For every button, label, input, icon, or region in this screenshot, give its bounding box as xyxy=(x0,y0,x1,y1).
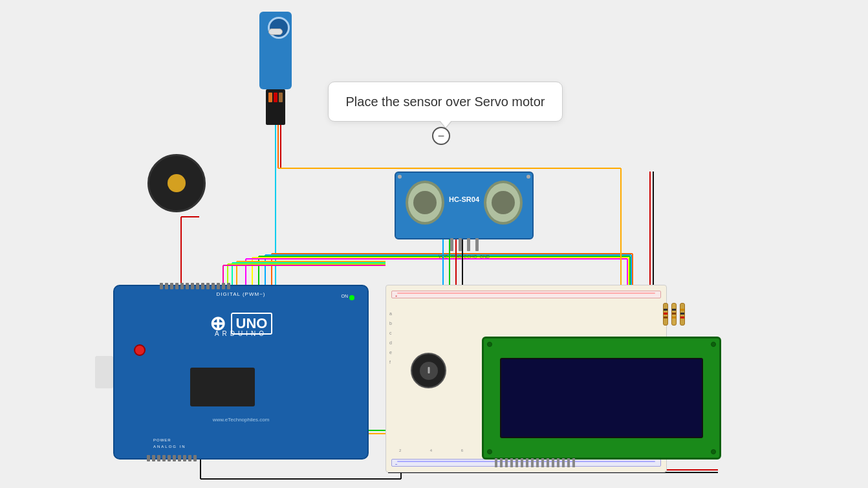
resistor-2-band3 xyxy=(672,316,676,318)
hcsr04-left-inner xyxy=(413,191,437,214)
resistor-3-band2 xyxy=(680,313,684,315)
hcsr04-right-eye xyxy=(484,181,523,225)
buzzer-center xyxy=(168,174,186,192)
buzzer-body xyxy=(147,154,206,212)
hcsr04-label-gnd: GND xyxy=(480,254,490,259)
arduino-digital-label: DIGITAL (PWM~) xyxy=(217,291,266,297)
arduino-chip xyxy=(190,368,255,406)
lcd-mount-br xyxy=(711,449,716,454)
lcd-pin-6 xyxy=(521,458,523,467)
lcd-pin-13 xyxy=(557,458,559,467)
hcsr04-right-inner xyxy=(492,191,515,214)
resistor-3-body xyxy=(680,303,685,326)
arduino-usb-port xyxy=(95,356,113,388)
servo-pin-2 xyxy=(274,93,277,102)
resistor-3-band3 xyxy=(680,316,684,318)
resistor-1-band3 xyxy=(664,316,667,318)
tooltip-bubble: Place the sensor over Servo motor xyxy=(328,82,563,122)
resistor-3 xyxy=(680,303,685,326)
arduino-analog-label: ANALOG IN xyxy=(153,445,186,449)
lcd-pins xyxy=(495,458,575,467)
arduino-brand-label: ARDUINO xyxy=(215,330,267,337)
resistor-1-band1 xyxy=(664,309,667,311)
hcsr04-pin-echo xyxy=(467,238,470,251)
hcsr04-label-vcc: VCC xyxy=(439,254,448,259)
arduino-board: DIGITAL (PWM~) ⊕ UNO ARDUINO www.eTechno… xyxy=(113,285,369,460)
pot-inner xyxy=(420,362,438,380)
collapse-button[interactable] xyxy=(432,127,450,145)
potentiometer xyxy=(411,353,446,388)
breadboard-positive-rail: + xyxy=(391,291,661,298)
hcsr04-label: HC-SR04 xyxy=(449,195,479,203)
hcsr04-pin-gnd xyxy=(475,238,479,251)
hcsr04-pin-trig xyxy=(459,238,462,251)
servo-head xyxy=(268,17,290,39)
lcd-pin-10 xyxy=(541,458,544,467)
hcsr04-pin-labels: VCC TRIG ECHO GND xyxy=(439,254,490,259)
lcd-screen xyxy=(500,358,703,438)
hcsr04-label-trig: TRIG xyxy=(451,254,462,259)
arduino-analog-pins xyxy=(147,455,197,461)
arduino-on-led xyxy=(349,295,354,300)
hcsr04-left-eye xyxy=(406,181,444,225)
pot-indicator xyxy=(428,367,429,373)
servo-motor xyxy=(256,12,295,125)
arduino-digital-pins xyxy=(160,283,230,289)
hcsr04-sensor: HC-SR04 VCC TRIG ECHO GND xyxy=(395,172,534,239)
resistor-2 xyxy=(671,303,677,326)
lcd-pin-4 xyxy=(510,458,513,467)
lcd-pin-15 xyxy=(567,458,570,467)
arduino-website: www.eTechnophiles.com xyxy=(213,417,270,423)
pot-body xyxy=(411,353,446,388)
breadboard-row-labels: abcdef xyxy=(389,311,392,364)
hcsr04-mount-1 xyxy=(398,175,402,179)
lcd-pin-12 xyxy=(552,458,554,467)
hcsr04-mount-2 xyxy=(526,175,530,179)
lcd-body xyxy=(482,337,721,460)
lcd-pin-3 xyxy=(505,458,508,467)
lcd-display xyxy=(482,337,721,460)
lcd-pin-11 xyxy=(547,458,549,467)
lcd-pin-5 xyxy=(515,458,518,467)
arduino-uno: DIGITAL (PWM~) ⊕ UNO ARDUINO www.eTechno… xyxy=(113,285,369,460)
arduino-reset-button[interactable] xyxy=(134,344,146,356)
lcd-pin-2 xyxy=(500,458,503,467)
lcd-pin-16 xyxy=(572,458,575,467)
servo-pin-3 xyxy=(279,93,283,102)
lcd-pin-14 xyxy=(562,458,565,467)
resistor-1-band2 xyxy=(664,313,667,315)
lcd-mount-bl xyxy=(487,449,492,454)
lcd-pin-9 xyxy=(536,458,539,467)
arduino-power-label: POWER xyxy=(153,438,171,442)
resistor-3-band1 xyxy=(680,309,684,311)
circuit-canvas: Place the sensor over Servo motor DIGITA… xyxy=(0,0,868,488)
resistor-2-band1 xyxy=(672,309,676,311)
servo-body xyxy=(259,12,292,89)
resistor-2-body xyxy=(671,303,677,326)
resistor-2-band2 xyxy=(672,313,676,315)
arduino-on-label: ON xyxy=(342,294,349,298)
hcsr04-body: HC-SR04 xyxy=(395,172,534,239)
servo-connector xyxy=(266,89,285,125)
lcd-pin-1 xyxy=(495,458,497,467)
tooltip-text: Place the sensor over Servo motor xyxy=(346,94,545,109)
lcd-mount-tr xyxy=(711,342,716,347)
servo-pin-1 xyxy=(268,93,272,102)
lcd-pin-8 xyxy=(531,458,534,467)
lcd-pin-7 xyxy=(526,458,528,467)
resistor-1 xyxy=(663,303,668,326)
resistor-1-body xyxy=(663,303,668,326)
lcd-mount-tl xyxy=(487,342,492,347)
hcsr04-label-echo: ECHO xyxy=(464,254,477,259)
servo-arm xyxy=(268,28,283,35)
hcsr04-pins xyxy=(450,238,479,251)
buzzer xyxy=(147,154,209,216)
hcsr04-pin-vcc xyxy=(450,238,453,251)
